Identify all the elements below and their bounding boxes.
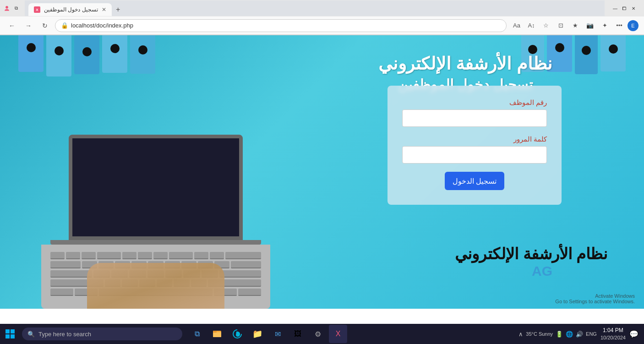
binder-5 [130,35,155,74]
taskbar-settings-button[interactable]: ⚙ [309,325,327,343]
url-text: localhost/doc/index.php [71,22,133,29]
notifications-icon[interactable]: 💬 [629,330,639,339]
windows-activate: Activate Windows Go to Settings to activ… [555,293,635,304]
tab-grid-icon[interactable]: ⧉ [13,5,19,11]
login-card: رقم الموظف كلمة المرور تسجيل الدخول [387,86,562,205]
keyboard-row-1 [50,252,261,259]
tab-title: تسجيل دخول الموظفين [44,6,98,13]
password-label: كلمة المرور [402,135,547,143]
more-button[interactable]: ••• [613,19,626,32]
taskbar-explorer-button[interactable] [208,325,226,343]
taskbar-xampp-button[interactable]: X [329,325,347,343]
laptop-hinge [50,240,261,245]
active-tab[interactable]: X تسجيل دخول الموظفين ✕ [28,3,112,16]
laptop-screen [69,135,243,240]
url-bar[interactable]: 🔒 localhost/doc/index.php [55,19,507,32]
tabs-bar: X تسجيل دخول الموظفين ✕ + [25,0,605,16]
binder-9 [600,35,626,71]
screenshot-button[interactable]: 📷 [584,19,596,32]
maximize-button[interactable]: ⧠ [621,5,628,11]
edge-profile[interactable]: E [628,20,639,31]
title-bar: ⧉ X تسجيل دخول الموظفين ✕ + — ⧠ ✕ [0,0,644,16]
windows-logo-icon [5,329,15,339]
clock-date: 10/20/2024 [600,334,626,341]
bottom-title: نظام الأرشفة الإلكتروني [455,245,607,263]
employee-id-group: رقم الموظف [402,98,547,127]
password-input[interactable] [402,146,547,164]
svg-rect-3 [213,331,217,333]
tab-close-button[interactable]: ✕ [102,6,106,13]
battery-icon: 🔋 [556,331,563,338]
taskbar-photos-button[interactable]: 🖼 [289,325,307,343]
sys-tray-icons: ∧ 35°C Sunny 🔋 🌐 🔊 ENG [518,331,597,338]
page-content: نظام الأرشفة الإلكتروني تسجيل دخول الموظ… [0,35,644,309]
reader-mode-button[interactable]: Aa [510,19,523,32]
address-bar: ← → ↻ 🔒 localhost/doc/index.php Aa A↕ ☆ … [0,16,644,35]
taskbar-search-bar[interactable]: 🔍 Type here to search [22,328,182,340]
clock-time: 1:04 PM [600,327,626,334]
taskbar-files-button[interactable]: 📁 [248,325,267,343]
profile-icon [4,5,10,11]
back-button[interactable]: ← [5,19,18,32]
search-placeholder-text: Type here to search [38,331,91,338]
favorites-button[interactable]: ☆ [540,19,552,32]
system-clock[interactable]: 1:04 PM 10/20/2024 [600,327,626,341]
svg-point-0 [5,6,8,9]
network-icon: 🌐 [566,331,573,338]
font-size-button[interactable]: A↕ [525,19,538,32]
employee-id-input[interactable] [402,109,547,127]
temp-icon: 35°C Sunny [526,331,553,337]
binder-4 [102,35,127,73]
system-tray: ∧ 35°C Sunny 🔋 🌐 🔊 ENG 1:04 PM 10/20/202… [518,327,644,341]
login-button[interactable]: تسجيل الدخول [445,172,504,190]
browser-chrome: ⧉ X تسجيل دخول الموظفين ✕ + — ⧠ ✕ ← → ↻ … [0,0,644,35]
activate-line2: Go to Settings to activate Windows. [555,299,635,304]
heading-line1: نظام الأرشفة الإلكتروني [378,54,552,74]
laptop-decoration [27,135,302,309]
copilot-button[interactable]: ✦ [598,19,611,32]
password-group: كلمة المرور [402,135,547,164]
svg-rect-2 [213,332,221,337]
refresh-button[interactable]: ↻ [38,19,51,32]
taskbar-app-icons: ⧉ 📁 ✉ 🖼 ⚙ X [188,325,347,343]
split-view-button[interactable]: ⊡ [554,19,567,32]
collections-button[interactable]: ★ [569,19,582,32]
window-controls: ⧉ [4,5,19,11]
binder-1 [18,35,44,72]
binder-8 [575,35,598,74]
activate-line1: Activate Windows [555,293,635,299]
close-button[interactable]: ✕ [630,5,637,11]
employee-id-label: رقم الموظف [402,98,547,107]
taskbar-edge-button[interactable] [228,325,246,343]
binder-3 [74,35,99,74]
search-icon: 🔍 [27,331,35,338]
minimize-button[interactable]: — [612,5,618,11]
binder-2 [46,35,71,76]
volume-icon: 🔊 [576,331,583,338]
browser-actions: Aa A↕ ☆ ⊡ ★ 📷 ✦ ••• E [510,19,639,32]
tab-favicon: X [34,6,40,13]
taskbar: 🔍 Type here to search ⧉ 📁 ✉ 🖼 ⚙ X ∧ 35° [0,324,644,344]
bottom-subtitle: AG [532,263,552,279]
language-indicator[interactable]: ENG [586,331,597,337]
start-button[interactable] [0,324,20,344]
chevron-up-icon[interactable]: ∧ [518,331,523,338]
new-tab-button[interactable]: + [112,3,125,16]
task-view-button[interactable]: ⧉ [188,325,206,343]
taskbar-mail-button[interactable]: ✉ [268,325,287,343]
hands-decoration [87,263,224,309]
forward-button[interactable]: → [22,19,35,32]
